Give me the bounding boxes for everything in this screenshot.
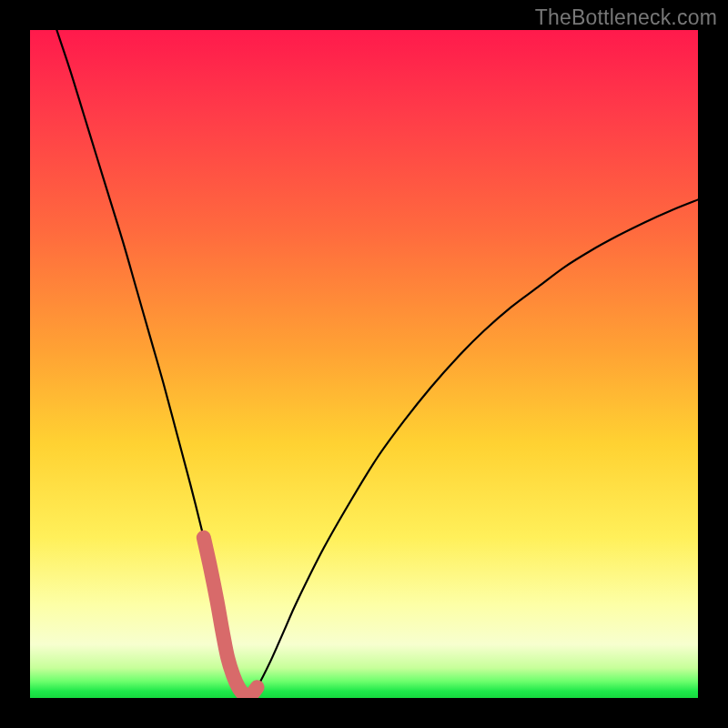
- curve-path: [56, 30, 698, 696]
- plot-area: [30, 30, 698, 698]
- watermark-text: TheBottleneck.com: [535, 5, 717, 30]
- chart-frame: TheBottleneck.com: [0, 0, 728, 728]
- curve-highlight: [204, 538, 258, 696]
- bottleneck-curve: [30, 30, 698, 698]
